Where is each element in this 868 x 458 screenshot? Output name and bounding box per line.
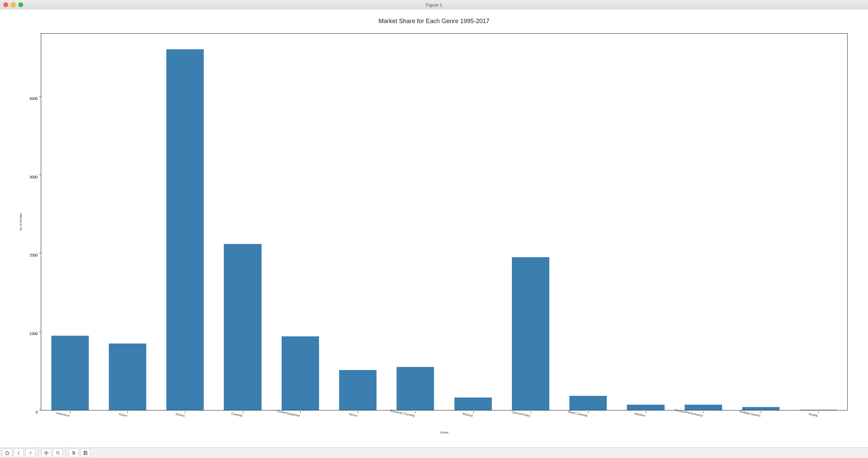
x-axis-label: Genre — [440, 431, 448, 434]
x-tick-label: Action — [118, 412, 128, 418]
y-tick-label: 4000 — [24, 96, 38, 101]
x-tick-label: Horror — [349, 412, 358, 418]
x-tick-mark — [358, 411, 358, 413]
save-icon — [83, 451, 88, 455]
forward-icon — [28, 451, 33, 455]
x-tick-mark — [70, 411, 70, 413]
x-tick-label: Western — [634, 412, 646, 418]
save-button[interactable] — [80, 448, 90, 457]
bar-western — [627, 405, 664, 410]
window-titlebar: Figure 1 — [0, 0, 868, 10]
figure-canvas: Market Share for Each Genre 1995-2017 No… — [0, 10, 868, 448]
bar-concert-performance — [685, 405, 722, 410]
x-tick-mark — [185, 411, 185, 413]
x-tick-label: Thriller/Suspense — [276, 409, 300, 417]
bar-reality — [800, 410, 837, 410]
forward-button[interactable] — [25, 448, 35, 457]
bar-comedy — [224, 244, 261, 410]
svg-point-0 — [56, 452, 59, 454]
x-tick-label: Multiple Genres — [739, 410, 761, 418]
bar-musical — [454, 398, 492, 410]
window-controls — [3, 2, 23, 7]
chart-title: Market Share for Each Genre 1995-2017 — [0, 18, 868, 25]
home-icon — [5, 451, 10, 455]
bar-thriller-suspense — [282, 336, 319, 410]
x-tick-mark — [415, 411, 416, 413]
y-tick-label: 2000 — [24, 253, 38, 257]
x-tick-label: Drama — [176, 412, 185, 417]
x-tick-mark — [818, 411, 819, 413]
bar-horror — [339, 370, 377, 410]
x-tick-mark — [243, 411, 243, 413]
y-tick-label: 0 — [24, 410, 38, 414]
bar-documentary — [512, 257, 549, 410]
pan-icon — [44, 451, 49, 455]
config-icon — [71, 451, 76, 455]
close-icon[interactable] — [3, 2, 8, 7]
x-tick-mark — [473, 411, 473, 413]
x-tick-label: Comedy — [231, 412, 243, 418]
plot-area: No of Movies 01000200030004000 Adventure… — [41, 33, 848, 410]
back-icon — [16, 451, 21, 455]
mpl-toolbar — [0, 447, 868, 458]
x-tick-mark — [531, 411, 531, 413]
y-axis-label: No of Movies — [19, 213, 22, 231]
bar-drama — [166, 49, 204, 410]
x-tick-mark — [761, 411, 761, 413]
minimize-icon[interactable] — [11, 2, 16, 7]
y-tick-label: 1000 — [24, 332, 38, 336]
x-tick-label: Musical — [462, 412, 473, 418]
x-tick-label: Documentary — [512, 410, 530, 418]
y-tick-label: 3000 — [24, 175, 38, 179]
x-tick-mark — [646, 411, 646, 413]
home-button[interactable] — [2, 448, 12, 457]
pan-button[interactable] — [41, 448, 51, 457]
x-tick-label: Adventure — [55, 411, 70, 417]
x-tick-label: Black Comedy — [568, 410, 588, 418]
bar-action — [109, 344, 146, 410]
zoom-icon — [55, 451, 60, 455]
zoom-button[interactable] — [53, 448, 63, 457]
x-tick-mark — [588, 411, 588, 413]
axes-frame: 01000200030004000 AdventureActionDramaCo… — [41, 33, 848, 410]
x-tick-mark — [128, 411, 128, 413]
bar-adventure — [51, 336, 89, 410]
toolbar-separator — [38, 450, 38, 456]
bar-romantic-comedy — [397, 367, 434, 410]
x-tick-label: Reality — [808, 412, 818, 418]
back-button[interactable] — [14, 448, 24, 457]
x-tick-label: Romantic Comedy — [390, 409, 415, 418]
x-tick-mark — [300, 411, 301, 413]
zoom-window-icon[interactable] — [18, 2, 23, 7]
window-title: Figure 1 — [0, 2, 868, 7]
bar-black-comedy — [569, 396, 607, 410]
bars-container — [41, 34, 847, 410]
toolbar-separator — [66, 450, 66, 456]
configure-button[interactable] — [69, 448, 79, 457]
x-tick-mark — [703, 411, 704, 413]
bar-multiple-genres — [742, 407, 780, 410]
